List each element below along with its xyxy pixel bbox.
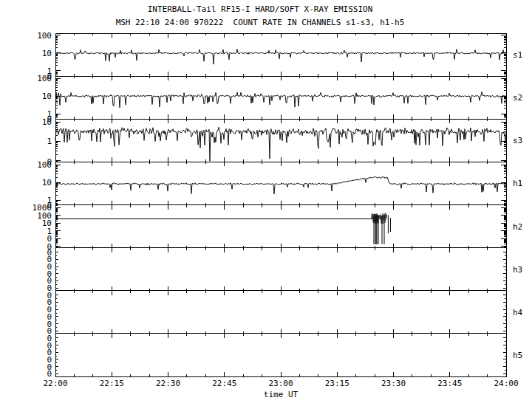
x-tick-label: 22:45 xyxy=(212,379,236,388)
xray-multipanel-chart: 1001010s11001010s21010s31001010h11000100… xyxy=(0,0,532,406)
x-tick-label: 23:00 xyxy=(268,379,293,388)
y-tick-label-s3: 1 xyxy=(47,137,52,146)
y-tick-label-h1: 10 xyxy=(42,178,52,187)
x-tick-label: 22:30 xyxy=(156,379,180,388)
y-tick-label-h1: 100 xyxy=(37,160,52,170)
y-tick-label-s3: 10 xyxy=(42,117,52,127)
x-tick-label: 23:30 xyxy=(381,379,406,388)
channel-label-h2: h2 xyxy=(513,222,522,232)
plot-subtitle: MSH 22:10 24:00 970222 COUNT RATE IN CHA… xyxy=(0,18,520,27)
channel-label-h5: h5 xyxy=(513,351,522,360)
y-tick-label-s2: 10 xyxy=(42,92,52,101)
channel-label-h1: h1 xyxy=(513,179,522,188)
x-tick-label: 23:15 xyxy=(325,379,349,388)
x-tick-label: 24:00 xyxy=(494,379,518,388)
plot-title: INTERBALL-Tail RF15-I HARD/SOFT X-RAY EM… xyxy=(0,4,520,14)
x-tick-label: 22:00 xyxy=(43,379,67,388)
channel-label-s2: s2 xyxy=(513,93,522,103)
y-tick-label-s1: 10 xyxy=(42,49,52,58)
y-zero-label-h5: 0 xyxy=(47,369,52,379)
channel-label-s1: s1 xyxy=(513,50,522,60)
channel-label-h4: h4 xyxy=(513,308,523,317)
x-tick-label: 22:15 xyxy=(100,379,124,388)
x-axis-title: time UT xyxy=(264,390,299,399)
y-tick-label-s2: 100 xyxy=(37,74,52,83)
plot-background xyxy=(0,0,532,406)
x-tick-label: 23:45 xyxy=(437,379,462,388)
channel-label-h3: h3 xyxy=(513,265,522,275)
y-tick-label-s1: 100 xyxy=(37,31,52,41)
xray-plot-page: INTERBALL-Tail RF15-I HARD/SOFT X-RAY EM… xyxy=(0,0,532,406)
channel-label-s3: s3 xyxy=(513,136,522,145)
